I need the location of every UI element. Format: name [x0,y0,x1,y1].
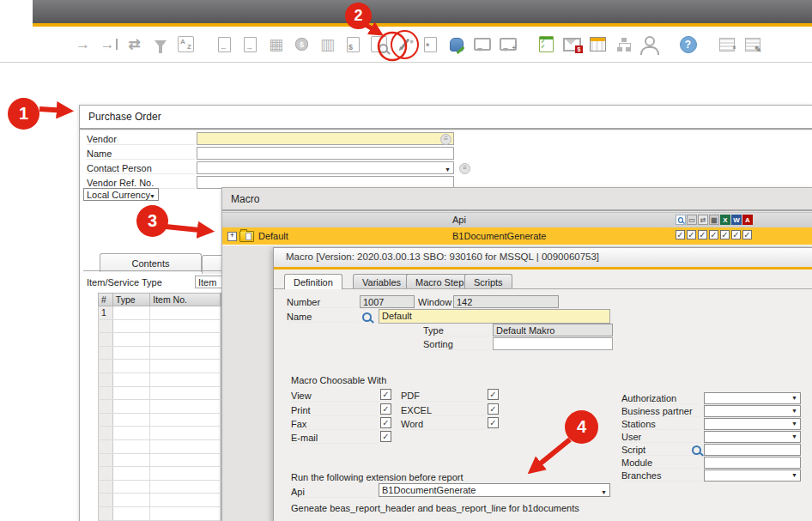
arrow-right-icon[interactable]: → [72,33,94,56]
scale-doc-icon[interactable]: ▥ [317,33,338,56]
tab-variables[interactable]: Variables [353,274,410,289]
contact-person-field[interactable]: ▼ [197,161,454,174]
table-row[interactable] [98,454,221,468]
database-wrench-icon[interactable] [445,33,467,56]
authorization-select[interactable]: ▼ [704,392,801,404]
pencil-icon[interactable] [394,33,415,56]
table-row[interactable] [98,360,221,373]
table-row[interactable] [98,467,221,481]
checkbox-excel[interactable]: ✓ [488,403,499,415]
table-cell[interactable] [99,373,113,386]
table-cell[interactable] [99,347,113,360]
table-cell[interactable] [150,360,221,373]
calendar-icon[interactable] [587,33,609,56]
table-row[interactable] [98,373,221,387]
table-row[interactable] [98,507,221,521]
checkbox-fax[interactable]: ✓ [380,417,391,428]
checklist-icon[interactable] [536,33,557,56]
speech-bubble-plus-icon[interactable]: + [497,33,518,56]
output-checkbox-4[interactable]: ✓ [720,230,730,239]
output-checkbox-2[interactable]: ✓ [698,230,707,239]
table-cell[interactable]: 1 [99,306,113,319]
table-cell[interactable] [150,481,221,494]
lookup-icon[interactable] [692,445,701,455]
table-cell[interactable] [113,481,150,494]
tab-macro-step[interactable]: Macro Step [406,274,473,289]
table-cell[interactable] [113,320,150,333]
table-cell[interactable] [150,467,221,480]
name-field[interactable] [197,147,454,160]
output-checkbox-0[interactable]: ✓ [676,230,685,239]
table-row[interactable] [98,440,221,454]
table-cell[interactable] [113,333,150,346]
copy-doc-icon[interactable]: → [239,33,261,56]
table-cell[interactable] [150,320,221,333]
table-row[interactable] [98,494,221,507]
tab-definition[interactable]: Definition [284,274,342,289]
paste-doc-icon[interactable]: ← [214,33,235,56]
table-cell[interactable] [99,360,113,373]
tab-scripts[interactable]: Scripts [464,274,512,289]
money-bag-icon[interactable]: $ [291,33,312,56]
filter-icon[interactable] [149,33,171,56]
table-cell[interactable] [150,373,221,386]
column-header--[interactable]: # [99,294,113,306]
table-cell[interactable] [113,306,150,319]
table-row[interactable] [98,333,221,347]
table-cell[interactable] [99,414,113,427]
person-icon[interactable] [639,33,660,56]
arrow-end-icon[interactable]: → [98,33,119,56]
expand-plus-icon[interactable]: + [227,232,237,241]
output-checkbox-1[interactable]: ✓ [687,230,696,239]
table-cell[interactable] [113,467,150,480]
table-cell[interactable] [150,306,221,319]
search-doc-icon[interactable] [368,33,390,56]
table-cell[interactable] [150,427,221,439]
table-cell[interactable] [113,454,150,467]
calculator-doc-icon[interactable]: ▦ [265,33,287,56]
checkbox-print[interactable]: ✓ [380,403,391,415]
table-row[interactable] [98,347,221,360]
table-cell[interactable] [150,494,221,506]
script-field[interactable] [704,444,801,456]
table-cell[interactable] [113,414,150,427]
user-select[interactable]: ▼ [704,431,801,443]
currency-select[interactable]: Local Currency ▼ [83,188,159,201]
table-cell[interactable] [113,427,150,439]
vendor-field[interactable]: ≡ [197,132,454,145]
table-row[interactable] [98,387,221,401]
module-field[interactable] [704,457,801,469]
table-row[interactable]: 1 [98,306,221,320]
table-cell[interactable] [113,494,150,506]
table-cell[interactable] [150,414,221,427]
table-cell[interactable] [113,507,150,520]
table-cell[interactable] [99,494,113,506]
table-cell[interactable] [113,373,150,386]
table-row[interactable] [98,427,221,440]
macro-name-field[interactable]: Default [379,309,610,324]
table-cell[interactable] [150,387,221,400]
building-pencil-icon[interactable]: ✎ [742,33,763,56]
table-row[interactable] [98,481,221,494]
table-cell[interactable] [113,400,150,413]
table-cell[interactable] [99,427,113,439]
stations-select[interactable]: ▼ [704,418,801,430]
table-cell[interactable] [99,387,113,400]
checkbox-word[interactable]: ✓ [488,417,499,428]
table-cell[interactable] [113,387,150,400]
output-checkbox-6[interactable]: ✓ [742,230,752,239]
envelope-dollar-icon[interactable]: $ [561,33,583,56]
macro-row-default[interactable]: + Default B1DocumentGenerate ✓✓✓✓✓✓✓ [222,227,812,245]
table-cell[interactable] [99,481,113,494]
table-cell[interactable] [99,333,113,346]
doc-gear-icon[interactable]: * [420,33,441,56]
checkbox-e-mail[interactable]: ✓ [380,431,391,442]
table-cell[interactable] [113,440,150,453]
translate-search-icon[interactable] [362,312,372,322]
table-cell[interactable] [113,347,150,360]
business-partner-select[interactable]: ▼ [704,405,801,417]
api-select[interactable]: B1DocumentGenerate ▼ [379,483,610,497]
table-cell[interactable] [99,507,113,520]
table-cell[interactable] [150,333,221,346]
price-list-icon[interactable]: $ [342,33,364,56]
